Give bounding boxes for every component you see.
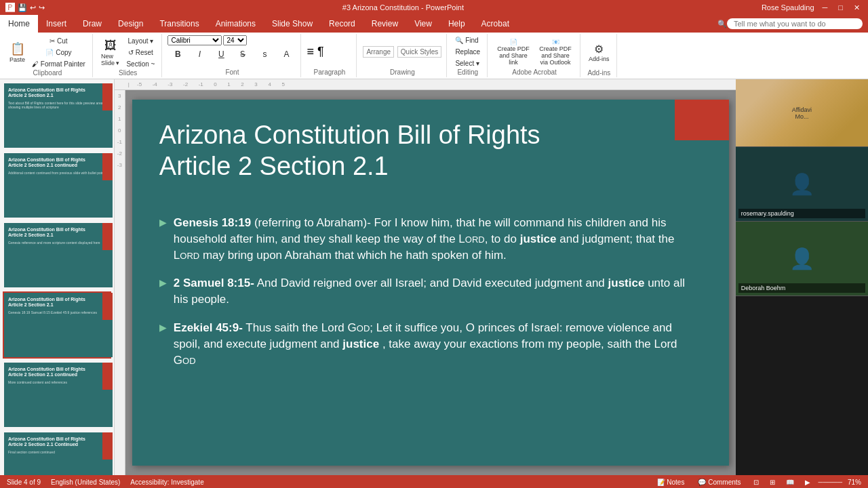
paste-icon: 📋 bbox=[10, 41, 25, 56]
accessibility-info[interactable]: Accessibility: Investigate bbox=[130, 479, 203, 486]
close-button[interactable]: ✕ bbox=[851, 3, 863, 12]
font-row2: B I U S̶ s A bbox=[167, 48, 296, 60]
slide-text-5: More continued content and references bbox=[8, 380, 108, 385]
tab-slideshow[interactable]: Slide Show bbox=[264, 15, 321, 33]
font-color-button[interactable]: A bbox=[276, 48, 296, 60]
samuel-ref: 2 Samuel 8:15- bbox=[174, 277, 254, 289]
strikethrough-button[interactable]: S̶ bbox=[233, 48, 253, 60]
addins-group-content: ⚙ Add-ins bbox=[586, 35, 612, 69]
cut-button[interactable]: ✂ Cut bbox=[29, 36, 88, 46]
tab-insert[interactable]: Insert bbox=[38, 15, 75, 33]
tab-acrobat[interactable]: Acrobat bbox=[473, 15, 517, 33]
find-button[interactable]: 🔍 Find bbox=[452, 35, 481, 45]
slide-thumb-6[interactable]: 6 Arizona Constitution Bill of RightsArt… bbox=[3, 431, 111, 475]
tab-transitions[interactable]: Transitions bbox=[151, 15, 207, 33]
quick-styles-button[interactable]: Quick Styles bbox=[397, 46, 442, 58]
new-slide-button[interactable]: 🖼 NewSlide ▾ bbox=[98, 35, 123, 69]
comments-button[interactable]: 💬 Comments bbox=[694, 479, 745, 486]
reading-view-button[interactable]: 📖 bbox=[783, 479, 797, 486]
redo-icon[interactable]: ↪ bbox=[39, 3, 45, 12]
slides-label: Slides bbox=[98, 69, 158, 77]
slide-content-area[interactable]: ▶ Genesis 18:19 (referring to Abraham)- … bbox=[159, 215, 702, 452]
undo-icon[interactable]: ↩ bbox=[30, 3, 36, 12]
addins-button[interactable]: ⚙ Add-ins bbox=[586, 35, 612, 69]
layout-button[interactable]: Layout ▾ bbox=[123, 36, 157, 46]
video-bg-2: 👤 rosemary.spaulding bbox=[736, 147, 868, 221]
section-button[interactable]: Section ~ bbox=[123, 59, 157, 69]
bold-button[interactable]: B bbox=[167, 48, 188, 60]
font-name-select[interactable]: Calibri bbox=[167, 35, 222, 45]
underline-button[interactable]: U bbox=[211, 48, 231, 60]
video-thumb-1[interactable]: AffidaviMo... bbox=[736, 79, 868, 147]
create-pdf-share-link-button[interactable]: 📄 Create PDF and Share link bbox=[493, 37, 534, 67]
reset-button[interactable]: ↺ Reset bbox=[123, 47, 157, 58]
tab-view[interactable]: View bbox=[406, 15, 440, 33]
notes-button[interactable]: 📝 Notes bbox=[653, 479, 689, 486]
slide-thumb-1[interactable]: 1 Arizona Constitution Bill of RightsArt… bbox=[3, 82, 111, 149]
slide-red-4 bbox=[102, 293, 113, 320]
normal-view-button[interactable]: ⊡ bbox=[751, 479, 762, 486]
paragraph-group-content: ≡ ¶ bbox=[307, 35, 352, 68]
slide-title[interactable]: Arizona Constitution Bill of Rights Arti… bbox=[159, 120, 675, 182]
video-thumb-2[interactable]: 👤 rosemary.spaulding bbox=[736, 147, 868, 222]
format-painter-button[interactable]: 🖌 Format Painter bbox=[29, 59, 88, 69]
shadow-button[interactable]: s bbox=[254, 48, 275, 60]
select-button[interactable]: Select ▾ bbox=[452, 58, 482, 68]
person-silhouette-1: 👤 bbox=[789, 172, 814, 196]
arrange-button[interactable]: Arrange bbox=[363, 46, 394, 58]
slide-thumb-3[interactable]: 3 Arizona Constitution Bill of RightsArt… bbox=[3, 222, 111, 289]
bullet-text-3: Ezekiel 45:9- Thus saith the Lord GOD; L… bbox=[174, 320, 702, 368]
slide-inner-2: Arizona Constitution Bill of RightsArtic… bbox=[4, 153, 113, 218]
paragraph-icons: ≡ ¶ bbox=[307, 45, 323, 59]
italic-button[interactable]: I bbox=[189, 48, 210, 60]
tab-home[interactable]: Home bbox=[0, 15, 38, 33]
adobe-group-content: 📄 Create PDF and Share link 📧 Create PDF… bbox=[493, 35, 576, 68]
paste-button[interactable]: 📋 Paste bbox=[7, 35, 28, 69]
slide-sorter-button[interactable]: ⊞ bbox=[767, 479, 778, 486]
ribbon-content: 📋 Paste ✂ Cut 📄 Copy 🖌 Format Painter Cl… bbox=[0, 33, 868, 79]
zoom-slider-area[interactable]: ───── bbox=[818, 479, 842, 486]
save-icon[interactable]: 💾 bbox=[18, 3, 27, 12]
genesis-bold-justice: justice bbox=[520, 232, 557, 245]
clipboard-label: Clipboard bbox=[7, 69, 88, 77]
language-info[interactable]: English (United States) bbox=[51, 479, 120, 486]
drawing-tools: Arrange Quick Styles bbox=[362, 48, 442, 56]
status-left: Slide 4 of 9 English (United States) Acc… bbox=[7, 479, 204, 486]
slide-title-line1: Arizona Constitution Bill of Rights bbox=[159, 121, 540, 149]
canvas-and-vruler: 3210-1-2-3 Arizona Constitution Bill of … bbox=[115, 90, 736, 475]
create-pdf-outlook-button[interactable]: 📧 Create PDF and Share via Outlook bbox=[535, 37, 576, 67]
copy-button[interactable]: 📄 Copy bbox=[29, 47, 88, 58]
main-area: 1 Arizona Constitution Bill of RightsArt… bbox=[0, 79, 868, 475]
slide-red-5 bbox=[102, 363, 113, 390]
clipboard-group-content: 📋 Paste ✂ Cut 📄 Copy 🖌 Format Painter bbox=[7, 35, 88, 69]
slideshow-button[interactable]: ▶ bbox=[802, 479, 813, 486]
slide-text-6: Final section content continued bbox=[8, 450, 108, 455]
affidavit-text: AffidaviMo... bbox=[789, 104, 814, 123]
bullet-item-3: ▶ Ezekiel 45:9- Thus saith the Lord GOD;… bbox=[159, 320, 702, 368]
tab-draw[interactable]: Draw bbox=[75, 15, 110, 33]
genesis-ref: Genesis 18:19 bbox=[174, 216, 251, 229]
tab-design[interactable]: Design bbox=[110, 15, 151, 33]
minimize-button[interactable]: ─ bbox=[820, 3, 831, 12]
slide-thumb-5[interactable]: 5 Arizona Constitution Bill of RightsArt… bbox=[3, 361, 111, 428]
replace-button[interactable]: Replace bbox=[452, 47, 483, 57]
search-input[interactable] bbox=[727, 18, 863, 29]
slide-thumb-4[interactable]: 4 Arizona Constitution Bill of RightsArt… bbox=[3, 291, 111, 359]
tab-review[interactable]: Review bbox=[363, 15, 406, 33]
tab-record[interactable]: Record bbox=[321, 15, 363, 33]
slide-text-4: Genesis 18:19 Samuel 8:15 Ezekiel 45:9 j… bbox=[8, 310, 108, 315]
slide-text-3: Genesis reference and more scripture con… bbox=[8, 241, 108, 245]
tab-animations[interactable]: Animations bbox=[208, 15, 264, 33]
qat-area[interactable]: 🅿 💾 ↩ ↪ bbox=[5, 2, 45, 13]
slide-inner-6: Arizona Constitution Bill of RightsArtic… bbox=[4, 432, 113, 475]
search-area[interactable]: 🔍 bbox=[712, 15, 868, 33]
video-thumb-3[interactable]: 👤 Deborah Boehm bbox=[736, 222, 868, 296]
slide-canvas[interactable]: Arizona Constitution Bill of Rights Arti… bbox=[132, 100, 729, 466]
slides-group-content: 🖼 NewSlide ▾ Layout ▾ ↺ Reset Section ~ bbox=[98, 35, 158, 69]
slide-thumb-2[interactable]: 2 Arizona Constitution Bill of RightsArt… bbox=[3, 152, 111, 219]
bullet-item-1: ▶ Genesis 18:19 (referring to Abraham)- … bbox=[159, 215, 702, 263]
maximize-button[interactable]: □ bbox=[835, 3, 846, 12]
tab-help[interactable]: Help bbox=[440, 15, 473, 33]
font-size-select[interactable]: 24 bbox=[223, 35, 247, 45]
addins-group: ⚙ Add-ins Add-ins bbox=[582, 34, 617, 77]
